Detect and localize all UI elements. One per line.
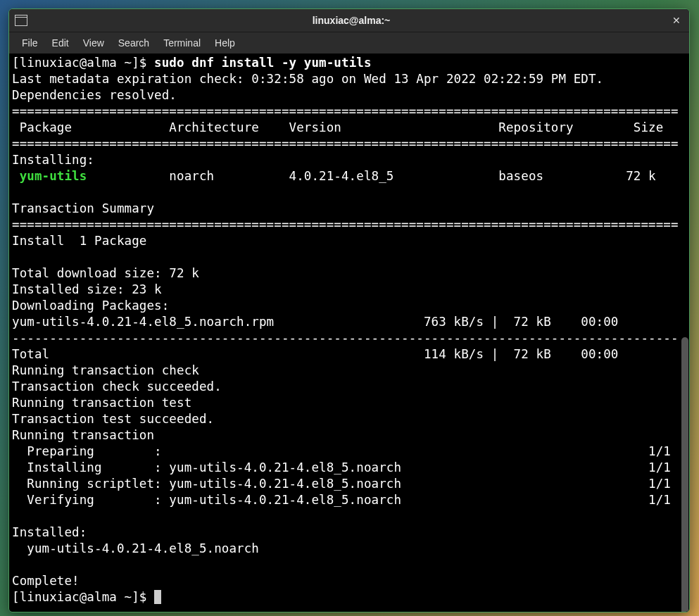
output-line: Last metadata expiration check: 0:32:58 … [12,72,603,86]
output-line: Installed size: 23 k [12,282,162,296]
output-line: Installing : yum-utils-4.0.21-4.el8_5.no… [12,460,671,474]
table-header: Package Architecture Version Repository … [12,120,663,134]
menu-file[interactable]: File [15,34,45,51]
terminal-window: linuxiac@alma:~ ✕ File Edit View Search … [8,8,690,612]
window-title: linuxiac@alma:~ [33,15,669,26]
terminal-icon [15,15,27,26]
output-line: Total 114 kB/s | 72 kB 00:00 [12,347,619,361]
package-name: yum-utils [12,169,87,183]
output-line: Installed: [12,525,87,539]
output-line: Transaction check succeeded. [12,379,222,394]
close-icon[interactable]: ✕ [669,15,684,26]
separator: ========================================… [12,137,679,151]
prompt: [linuxiac@alma ~]$ [12,590,154,604]
separator: ----------------------------------------… [12,331,679,345]
output-line: Running transaction [12,428,154,442]
cursor [154,590,161,604]
scrollbar[interactable] [681,337,688,612]
output-line: Preparing : 1/1 [12,444,671,458]
menubar: File Edit View Search Terminal Help [9,32,689,54]
output-line: yum-utils-4.0.21-4.el8_5.noarch.rpm 763 … [12,315,619,329]
output-line: Installing: [12,153,94,167]
menu-edit[interactable]: Edit [45,34,76,51]
menu-terminal[interactable]: Terminal [156,34,208,51]
output-line: Install 1 Package [12,234,146,248]
package-details: noarch 4.0.21-4.el8_5 baseos 72 k [87,169,655,183]
output-line: Total download size: 72 k [12,266,199,280]
output-line: Transaction Summary [12,201,154,215]
prompt: [linuxiac@alma ~]$ [12,56,154,70]
output-line: yum-utils-4.0.21-4.el8_5.noarch [12,541,259,555]
output-line: Running scriptlet: yum-utils-4.0.21-4.el… [12,477,671,491]
menu-help[interactable]: Help [208,34,242,51]
command: sudo dnf install -y yum-utils [154,56,371,70]
output-line: Complete! [12,574,80,588]
output-line: Downloading Packages: [12,298,169,313]
output-line: Dependencies resolved. [12,88,177,102]
output-line: Verifying : yum-utils-4.0.21-4.el8_5.noa… [12,493,671,507]
titlebar[interactable]: linuxiac@alma:~ ✕ [9,9,689,32]
output-line: Running transaction check [12,363,199,377]
terminal-output[interactable]: [linuxiac@alma ~]$ sudo dnf install -y y… [9,54,689,612]
output-line: Running transaction test [12,396,191,410]
separator: ========================================… [12,218,679,232]
separator: ========================================… [12,104,679,118]
output-line: Transaction test succeeded. [12,412,214,426]
menu-view[interactable]: View [76,34,111,51]
menu-search[interactable]: Search [111,34,156,51]
